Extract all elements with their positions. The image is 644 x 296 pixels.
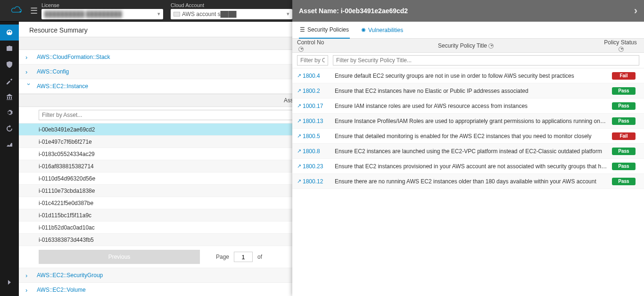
- cloud-account-label: Cloud Account: [171, 2, 292, 8]
- sort-icon[interactable]: [298, 47, 304, 52]
- nav-tool[interactable]: [0, 73, 19, 89]
- control-link[interactable]: ↗1800.5: [297, 133, 330, 140]
- control-link[interactable]: ↗1800.2: [297, 88, 330, 94]
- filter-control-input[interactable]: [297, 55, 328, 66]
- chevron-right-icon: ›: [25, 272, 32, 279]
- list-icon: ☰: [300, 26, 305, 33]
- policy-title: Ensure Instance Profiles/IAM Roles are u…: [330, 118, 612, 124]
- license-select[interactable]: ██████████ █████████ ▾: [41, 9, 163, 19]
- nav-shield[interactable]: [0, 57, 19, 73]
- control-link[interactable]: ↗1800.12: [297, 178, 330, 185]
- policy-row: ↗1800.5Ensure that detailed monitoring i…: [292, 129, 644, 144]
- status-badge: Pass: [612, 102, 636, 110]
- previous-button[interactable]: Previous: [39, 250, 200, 264]
- bug-icon: ✺: [361, 27, 366, 33]
- control-link[interactable]: ↗1800.13: [297, 118, 330, 124]
- policy-row: ↗1000.17Ensure IAM instance roles are us…: [292, 99, 644, 114]
- control-link[interactable]: ↗1800.4: [297, 73, 330, 79]
- svg-point-0: [19, 11, 21, 13]
- external-link-icon: ↗: [297, 73, 301, 79]
- chevron-right-icon: ›: [25, 68, 32, 75]
- status-badge: Pass: [612, 148, 636, 155]
- nav-institution[interactable]: [0, 89, 19, 105]
- nav-history[interactable]: [0, 121, 19, 137]
- policy-title: Ensure that detailed monitoring is enabl…: [330, 133, 612, 140]
- chevron-down-icon: ▾: [287, 11, 289, 17]
- chevron-down-icon: ▾: [157, 11, 160, 17]
- external-link-icon: ↗: [297, 178, 301, 184]
- policy-row: ↗1800.8Ensure EC2 instances are launched…: [292, 144, 644, 159]
- status-badge: Fail: [612, 132, 636, 140]
- policy-title: Ensure default EC2 security groups are n…: [330, 73, 612, 79]
- external-link-icon: ↗: [297, 163, 301, 169]
- policy-row: ↗1800.2Ensure that EC2 instances have no…: [292, 83, 644, 99]
- policy-title: Ensure that EC2 instances provisioned in…: [330, 163, 612, 170]
- nav-expand[interactable]: [0, 274, 19, 290]
- tab-security-policies[interactable]: ☰ Security Policies: [299, 22, 350, 39]
- control-link[interactable]: ↗1800.8: [297, 148, 330, 155]
- panel-tabs: ☰ Security Policies ✺ Vulnerabilities: [292, 22, 644, 39]
- panel-header: Asset Name: i-00eb3491e2ae69cd2 ›: [292, 0, 644, 22]
- of-label: of: [257, 254, 262, 260]
- policy-title: Ensure that EC2 instances have no Elasti…: [330, 88, 612, 94]
- policy-row: ↗1800.13Ensure Instance Profiles/IAM Rol…: [292, 114, 644, 129]
- policy-status-header[interactable]: Policy Status: [604, 39, 636, 46]
- external-link-icon: ↗: [297, 88, 301, 94]
- status-badge: Fail: [612, 72, 636, 80]
- sort-icon[interactable]: [488, 43, 494, 49]
- sort-icon[interactable]: [619, 47, 624, 52]
- nav-chart[interactable]: [0, 137, 19, 153]
- external-link-icon: ↗: [297, 133, 301, 139]
- menu-icon[interactable]: ☰: [30, 6, 38, 16]
- asset-detail-panel: Asset Name: i-00eb3491e2ae69cd2 › ☰ Secu…: [292, 0, 644, 296]
- sidebar: [0, 22, 19, 296]
- page-label: Page: [216, 254, 229, 260]
- panel-title: Asset Name: i-00eb3491e2ae69cd2: [299, 7, 408, 15]
- external-link-icon: ↗: [297, 118, 301, 124]
- license-label: License: [41, 2, 163, 8]
- cloud-icon: [10, 6, 23, 16]
- nav-dashboard[interactable]: [0, 25, 19, 41]
- filter-title-input[interactable]: [333, 55, 639, 66]
- policy-row: ↗1800.23Ensure that EC2 instances provis…: [292, 159, 644, 174]
- aws-badge-icon: [173, 12, 180, 16]
- external-link-icon: ↗: [297, 148, 301, 154]
- nav-settings[interactable]: [0, 105, 19, 121]
- page-input[interactable]: [234, 252, 253, 262]
- status-badge: Pass: [612, 163, 636, 170]
- external-link-icon: ↗: [297, 103, 301, 109]
- cloud-account-select[interactable]: AWS account s████ ▾: [171, 9, 292, 19]
- policy-row: ↗1800.4Ensure default EC2 security group…: [292, 68, 644, 83]
- brand-logo: [5, 6, 28, 16]
- policy-title-header[interactable]: Security Policy Title: [438, 42, 487, 49]
- control-link[interactable]: ↗1000.17: [297, 103, 330, 109]
- control-no-header[interactable]: Control No: [297, 39, 324, 46]
- chevron-down-icon: ›: [25, 83, 33, 90]
- status-badge: Pass: [612, 178, 636, 185]
- tab-vulnerabilities[interactable]: ✺ Vulnerabilities: [360, 22, 404, 39]
- policy-title: Ensure IAM instance roles are used for A…: [330, 103, 612, 109]
- chevron-right-icon: ›: [25, 54, 32, 61]
- policy-row: ↗1800.12Ensure there are no running AWS …: [292, 174, 644, 189]
- nav-briefcase[interactable]: [0, 41, 19, 57]
- status-badge: Pass: [612, 117, 636, 125]
- control-link[interactable]: ↗1800.23: [297, 163, 330, 170]
- policy-title: Ensure there are no running AWS EC2 inst…: [330, 178, 612, 185]
- policy-table-header: Control No Security Policy Title Policy …: [292, 39, 644, 53]
- policy-title: Ensure EC2 instances are launched using …: [330, 148, 612, 155]
- panel-collapse-icon[interactable]: ›: [634, 5, 637, 17]
- chevron-right-icon: ›: [25, 287, 32, 294]
- status-badge: Pass: [612, 87, 636, 95]
